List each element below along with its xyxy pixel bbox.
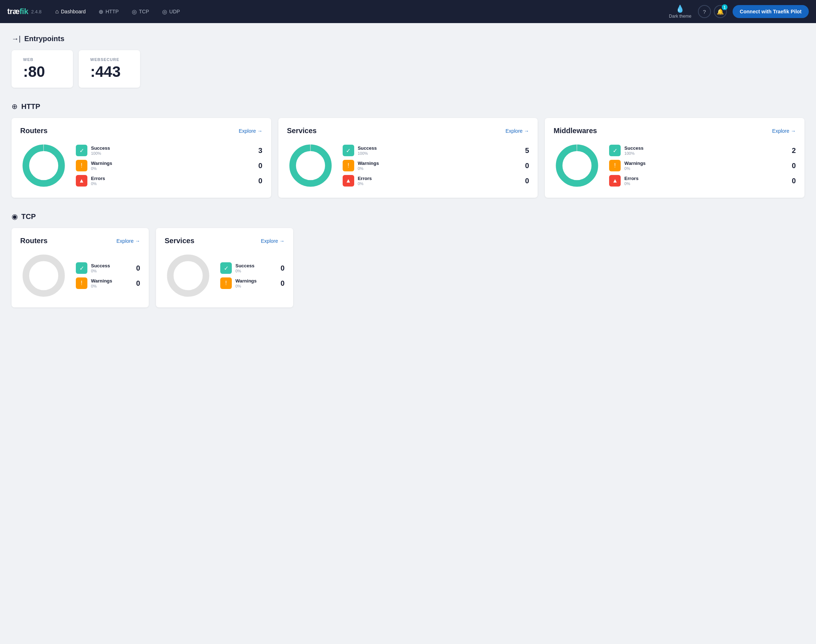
tcp-routers-donut: [20, 252, 67, 299]
http-cards-grid: Routers Explore → ✓: [12, 118, 804, 198]
http-services-donut: [287, 142, 334, 189]
notifications-button[interactable]: 🔔 1: [714, 5, 727, 18]
entrypoints-header: →| Entrypoints: [12, 35, 804, 43]
http-icon: ⊕: [12, 102, 18, 111]
tcp-routers-body: ✓ Success 0% 0 ! Warnings 0%: [20, 252, 140, 299]
entrypoint-web-value: :80: [23, 63, 61, 80]
tcp-services-stats: ✓ Success 0% 0 ! Warnings 0%: [220, 262, 284, 289]
stat-warnings-info: Warnings 0%: [91, 161, 252, 171]
dark-theme-toggle[interactable]: 💧 Dark theme: [665, 3, 695, 20]
entrypoints-grid: WEB :80 WEBSECURE :443: [12, 50, 804, 88]
entrypoints-icon: →|: [12, 35, 21, 43]
droplet-icon: 💧: [676, 4, 685, 13]
svc-success-icon: ✓: [343, 145, 354, 156]
brand-logo: træfik: [7, 7, 28, 16]
tcp-routers-header: Routers Explore →: [20, 237, 140, 245]
http-middlewares-explore[interactable]: Explore →: [772, 128, 796, 134]
nav-http[interactable]: ⊕ HTTP: [94, 6, 124, 17]
tcp-services-card: Services Explore → ✓: [156, 228, 293, 307]
http-middlewares-title: Middlewares: [553, 127, 597, 135]
tcp-arrow-icon: →: [135, 238, 140, 244]
udp-icon: ◎: [162, 8, 167, 15]
http-routers-stats: ✓ Success 100% 3 ! Warnings 0%: [76, 145, 263, 187]
connect-pilot-button[interactable]: Connect with Traefik Pilot: [733, 5, 809, 18]
http-routers-title: Routers: [20, 127, 48, 135]
help-button[interactable]: ?: [698, 5, 711, 18]
svc-error-icon: ▲: [343, 175, 354, 187]
main-content: →| Entrypoints WEB :80 WEBSECURE :443 ⊕ …: [0, 23, 816, 333]
stat-success-info: Success 100%: [91, 146, 252, 155]
tcp-svc-stat-row-success: ✓ Success 0% 0: [220, 262, 284, 274]
tcp-title: TCP: [21, 213, 36, 221]
warning-icon: !: [76, 160, 88, 172]
stat-errors-info: Errors 0%: [91, 176, 252, 186]
svc-errors-count: 0: [522, 177, 529, 185]
entrypoint-web-label: WEB: [23, 57, 61, 62]
tcp-routers-stats: ✓ Success 0% 0 ! Warnings 0%: [76, 262, 140, 289]
svc-stat-row-success: ✓ Success 100% 5: [343, 145, 529, 156]
entrypoint-websecure-label: WEBSECURE: [90, 57, 129, 62]
entrypoint-web: WEB :80: [12, 50, 73, 88]
mw-stat-row-warnings: ! Warnings 0% 0: [609, 160, 796, 172]
mw-errors-count: 0: [788, 177, 796, 185]
http-routers-card: Routers Explore → ✓: [12, 118, 271, 198]
nav-dashboard[interactable]: ⌂ Dashboard: [50, 6, 91, 17]
mw-error-icon: ▲: [609, 175, 621, 187]
tcp-routers-card: Routers Explore → ✓: [12, 228, 149, 307]
entrypoint-websecure: WEBSECURE :443: [79, 50, 140, 88]
tcp-section: ◉ TCP Routers Explore →: [12, 212, 804, 307]
tcp-section-icon: ◉: [12, 212, 18, 221]
svc-stat-row-errors: ▲ Errors 0% 0: [343, 175, 529, 187]
stat-warnings-count: 0: [255, 162, 263, 170]
entrypoint-websecure-value: :443: [90, 63, 129, 80]
stat-row-success: ✓ Success 100% 3: [76, 145, 263, 156]
stat-errors-count: 0: [255, 177, 263, 185]
arrow-right-icon: →: [257, 128, 263, 134]
tcp-services-explore[interactable]: Explore →: [261, 238, 284, 244]
mw-stat-row-errors: ▲ Errors 0% 0: [609, 175, 796, 187]
tcp-services-body: ✓ Success 0% 0 ! Warnings 0%: [164, 252, 284, 299]
http-services-explore[interactable]: Explore →: [506, 128, 529, 134]
stat-row-warnings: ! Warnings 0% 0: [76, 160, 263, 172]
tcp-success-count: 0: [133, 264, 140, 272]
svc-stat-row-warnings: ! Warnings 0% 0: [343, 160, 529, 172]
nav-tcp[interactable]: ◎ TCP: [127, 6, 154, 17]
http-middlewares-body: ✓ Success 100% 2 ! Warnings 0%: [553, 142, 796, 189]
home-icon: ⌂: [55, 8, 59, 15]
svg-point-7: [171, 258, 206, 294]
http-routers-explore[interactable]: Explore →: [239, 128, 262, 134]
tcp-stat-row-warnings: ! Warnings 0% 0: [76, 278, 140, 289]
mw-success-count: 2: [788, 146, 796, 155]
tcp-icon: ◎: [132, 8, 137, 15]
svg-point-1: [26, 148, 62, 184]
tcp-svc-success-count: 0: [277, 264, 284, 272]
mw-stat-row-success: ✓ Success 100% 2: [609, 145, 796, 156]
http-services-title: Services: [287, 127, 317, 135]
notification-badge: 1: [722, 4, 728, 10]
http-middlewares-card: Middlewares Explore →: [545, 118, 804, 198]
tcp-svc-warnings-count: 0: [277, 279, 284, 288]
tcp-services-header: Services Explore →: [164, 237, 284, 245]
http-routers-donut: [20, 142, 67, 189]
tcp-header: ◉ TCP: [12, 212, 804, 221]
tcp-warning-icon: !: [76, 278, 88, 289]
navbar: træfik 2.4.8 ⌂ Dashboard ⊕ HTTP ◎ TCP ◎ …: [0, 0, 816, 23]
svc-warning-icon: !: [343, 160, 354, 172]
mw-warnings-count: 0: [788, 162, 796, 170]
http-services-card: Services Explore → ✓: [278, 118, 538, 198]
tcp-services-title: Services: [164, 237, 194, 245]
http-header: ⊕ HTTP: [12, 102, 804, 111]
nav-udp[interactable]: ◎ UDP: [157, 6, 185, 17]
svg-point-5: [559, 148, 595, 184]
http-middlewares-header: Middlewares Explore →: [553, 127, 796, 135]
error-icon: ▲: [76, 175, 88, 187]
http-middlewares-donut: [553, 142, 601, 189]
entrypoints-title: Entrypoints: [24, 35, 64, 43]
tcp-svc-success-icon: ✓: [220, 262, 232, 274]
mw-warning-icon: !: [609, 160, 621, 172]
arrow-right-icon-3: →: [791, 128, 796, 134]
stat-row-errors: ▲ Errors 0% 0: [76, 175, 263, 187]
tcp-routers-explore[interactable]: Explore →: [117, 238, 140, 244]
http-services-body: ✓ Success 100% 5 ! Warnings 0%: [287, 142, 529, 189]
globe-icon: ⊕: [98, 8, 103, 15]
